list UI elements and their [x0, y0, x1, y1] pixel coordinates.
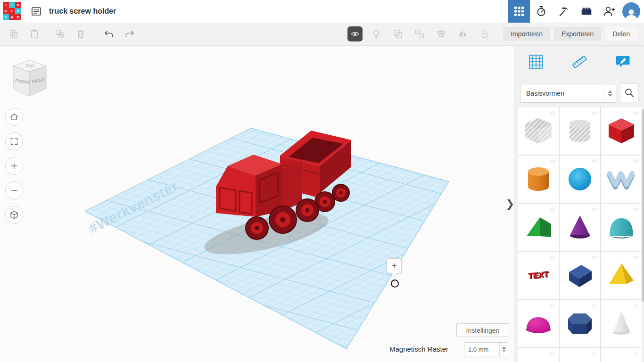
- lock-button[interactable]: [477, 26, 493, 42]
- favorite-star-icon[interactable]: ☆: [633, 157, 639, 165]
- favorite-star-icon[interactable]: ☆: [550, 205, 556, 214]
- account-avatar[interactable]: [622, 2, 640, 20]
- tab-ruler[interactable]: [558, 45, 601, 78]
- shape-card-text[interactable]: ☆TEXT: [518, 252, 559, 299]
- perspective-toggle-button[interactable]: [5, 206, 23, 224]
- shape-card-teal-round-roof[interactable]: ☆: [601, 204, 642, 251]
- point-marker[interactable]: [391, 280, 399, 288]
- redo-button[interactable]: [122, 26, 138, 42]
- eye-icon: [350, 29, 360, 39]
- shape-card-yellow-pyramid[interactable]: ☆: [601, 252, 642, 299]
- delete-button[interactable]: [73, 26, 89, 42]
- logo-letter: T: [3, 2, 9, 8]
- shape-card-red-box[interactable]: ☆: [601, 107, 642, 155]
- shape-card-purple-cone[interactable]: ☆: [560, 204, 600, 251]
- orange-cylinder-shape-icon: [522, 163, 555, 196]
- mirror-button[interactable]: [455, 26, 471, 42]
- favorite-star-icon[interactable]: ☆: [591, 349, 597, 358]
- favorite-star-icon[interactable]: ☆: [591, 109, 597, 117]
- purple-cone-shape-icon: [563, 211, 596, 244]
- tinkercad-logo[interactable]: TINKERCAD: [3, 2, 22, 21]
- favorite-star-icon[interactable]: ☆: [591, 301, 597, 310]
- view-cube[interactable]: TOP FRONT RIGHT: [5, 56, 54, 103]
- ungroup-button[interactable]: [412, 26, 428, 42]
- comment-tab-icon: [614, 53, 631, 70]
- text-shape-label: TEXT: [528, 270, 548, 281]
- add-point-tooltip[interactable]: +: [387, 258, 402, 273]
- zoom-in-button[interactable]: [5, 157, 23, 175]
- favorite-star-icon[interactable]: ☆: [550, 301, 556, 310]
- favorite-star-icon[interactable]: ☆: [633, 109, 639, 117]
- group-button[interactable]: [390, 26, 406, 42]
- paste-button[interactable]: [26, 26, 42, 42]
- viewcube-top-label[interactable]: TOP: [25, 64, 34, 68]
- home-view-button[interactable]: [5, 108, 23, 126]
- logo-letter: R: [15, 8, 21, 14]
- grid-icon: [513, 6, 525, 17]
- snap-grid-value: 1,0 mm: [464, 346, 499, 353]
- pickaxe-icon: [558, 5, 570, 17]
- shape-card-orange-cylinder[interactable]: ☆: [518, 156, 559, 203]
- person-icon: [624, 8, 638, 20]
- mirror-icon: [458, 28, 468, 40]
- shape-card-blue-sphere[interactable]: ☆: [560, 156, 600, 203]
- zoom-out-button[interactable]: [5, 181, 23, 199]
- shape-card-scribble[interactable]: ☆: [601, 156, 642, 203]
- invite-button[interactable]: [598, 0, 620, 23]
- category-dropdown[interactable]: Basisvormen: [520, 84, 616, 103]
- shape-card-striped-cylinder[interactable]: ☆: [560, 107, 600, 155]
- logo-letter: A: [9, 14, 15, 20]
- group-icon: [393, 28, 403, 40]
- lego-button[interactable]: [575, 0, 598, 23]
- pink-paraboloid-shape-icon: [522, 307, 555, 340]
- duplicate-button[interactable]: [52, 26, 68, 42]
- minecraft-button[interactable]: [553, 0, 575, 23]
- arrow-down-icon: [608, 94, 612, 97]
- snap-select-arrows: [499, 343, 508, 356]
- shape-card-gray-cone[interactable]: ☆: [601, 300, 642, 347]
- arrow-up-icon: [502, 346, 506, 349]
- favorite-star-icon[interactable]: ☆: [633, 301, 639, 310]
- import-button[interactable]: Importeren: [503, 27, 550, 41]
- panel-scrollbar[interactable]: [642, 109, 644, 302]
- favorite-star-icon[interactable]: ☆: [633, 205, 639, 214]
- design-menu-button[interactable]: [29, 4, 43, 18]
- snap-grid-select[interactable]: 1,0 mm: [464, 342, 508, 356]
- tab-notes[interactable]: [601, 45, 644, 78]
- share-button[interactable]: Delen: [605, 27, 637, 41]
- copy-button[interactable]: [6, 26, 22, 42]
- favorite-star-icon[interactable]: ☆: [633, 253, 639, 262]
- favorite-star-icon[interactable]: ☆: [591, 157, 597, 165]
- logo-letter: E: [9, 8, 15, 14]
- collapse-panel-button[interactable]: ❯: [505, 193, 515, 215]
- show-all-button[interactable]: [347, 26, 363, 41]
- bulb-icon: [371, 28, 381, 40]
- logo-letter: K: [3, 8, 9, 14]
- apps-grid-button[interactable]: [508, 0, 530, 23]
- favorite-star-icon[interactable]: ☆: [591, 205, 597, 214]
- favorite-star-icon[interactable]: ☆: [550, 109, 556, 117]
- light-button[interactable]: [368, 26, 384, 42]
- align-button[interactable]: [433, 26, 449, 42]
- undo-button[interactable]: [101, 26, 117, 42]
- search-icon: [624, 87, 635, 99]
- shape-card-green-roof[interactable]: ☆: [518, 204, 559, 251]
- favorite-star-icon[interactable]: ☆: [591, 253, 597, 262]
- shape-card-striped-box[interactable]: ☆: [518, 107, 559, 155]
- list-icon: [31, 6, 42, 17]
- design-canvas[interactable]: #Werkvenster: [0, 45, 514, 362]
- shape-card-navy-hex-prism[interactable]: ☆: [560, 300, 600, 347]
- circuits-button[interactable]: [530, 0, 553, 23]
- fit-view-button[interactable]: [5, 132, 23, 150]
- undo-icon: [104, 28, 114, 40]
- favorite-star-icon[interactable]: ☆: [550, 157, 556, 165]
- favorite-star-icon[interactable]: ☆: [633, 349, 639, 358]
- shape-card-pink-paraboloid[interactable]: ☆: [518, 300, 559, 347]
- search-button[interactable]: [620, 83, 639, 102]
- shape-card-navy-polygon[interactable]: ☆: [560, 252, 600, 299]
- tab-shapes-grid[interactable]: [514, 45, 558, 78]
- favorite-star-icon[interactable]: ☆: [550, 349, 556, 358]
- settings-button[interactable]: Instellingen: [456, 323, 509, 337]
- favorite-star-icon[interactable]: ☆: [550, 253, 556, 262]
- export-button[interactable]: Exporteren: [554, 27, 601, 41]
